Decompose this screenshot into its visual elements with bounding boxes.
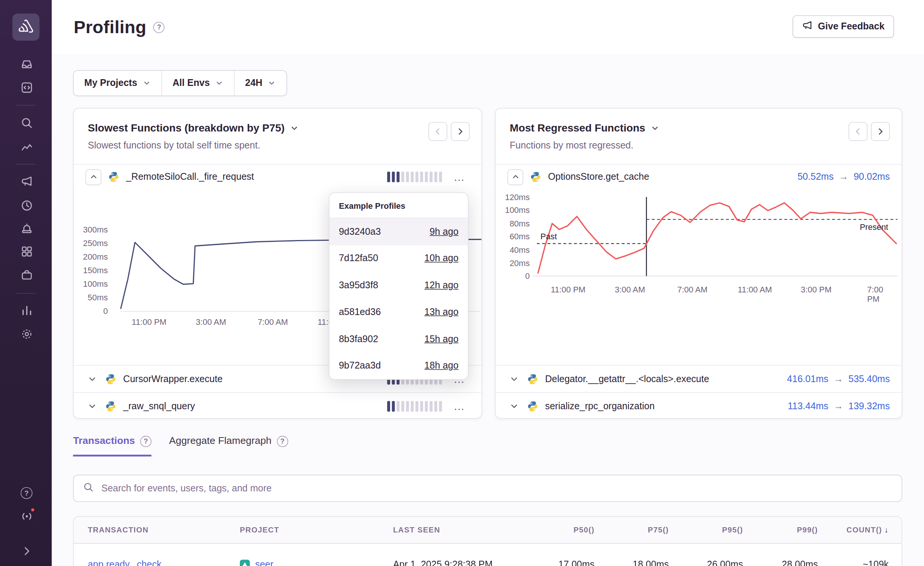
next-page-button[interactable] — [451, 122, 470, 141]
table-header-row: TRANSACTION PROJECT LAST SEEN P50() P75(… — [74, 517, 902, 544]
profile-id: 9d3240a3 — [339, 226, 381, 237]
col-p99[interactable]: P99() — [743, 525, 818, 534]
regression-delta: 113.44ms → 139.32ms — [788, 401, 890, 411]
sidebar-divider — [17, 105, 35, 106]
slowest-functions-title[interactable]: Slowest Functions (breakdown by P75) — [74, 109, 482, 135]
profile-item[interactable]: 8b3fa902 15h ago — [329, 326, 468, 352]
expand-row-icon[interactable] — [508, 399, 520, 412]
date-range-filter[interactable]: 24H — [234, 71, 287, 96]
col-p75[interactable]: P75() — [595, 525, 669, 534]
function-name-link[interactable]: CursorWrapper.execute — [123, 373, 223, 384]
profile-item[interactable]: 3a95d3f8 12h ago — [329, 272, 468, 298]
search-input[interactable] — [101, 483, 892, 494]
page-title: Profiling — [74, 17, 146, 37]
flamegraph-help-icon[interactable]: ? — [277, 436, 288, 447]
environment-filter[interactable]: All Envs — [162, 71, 234, 96]
regressed-pager — [849, 122, 890, 141]
search-nav-icon[interactable] — [20, 116, 34, 130]
profile-age-link[interactable]: 13h ago — [424, 307, 459, 317]
tab-transactions[interactable]: Transactions ? — [73, 435, 151, 456]
prev-page-button[interactable] — [428, 122, 447, 141]
tab-aggregate-flamegraph[interactable]: Aggregate Flamegraph ? — [169, 435, 288, 456]
insights-icon[interactable] — [20, 140, 34, 154]
notification-dot — [30, 507, 35, 512]
before-value[interactable]: 416.01ms — [787, 373, 828, 384]
main-area: Profiling ? Give Feedback My Projects Al… — [52, 0, 924, 566]
slowest-functions-subtitle: Slowest functions by total self time spe… — [74, 135, 482, 151]
after-value[interactable]: 535.40ms — [848, 373, 890, 384]
project-link[interactable]: seer — [255, 559, 274, 566]
project-icon-seer — [240, 559, 250, 566]
sidebar-collapse-icon[interactable] — [20, 544, 34, 558]
col-transaction[interactable]: TRANSACTION — [88, 525, 240, 534]
projects-filter[interactable]: My Projects — [74, 71, 162, 96]
row-menu-icon[interactable]: … — [448, 398, 470, 414]
most-regressed-title[interactable]: Most Regressed Functions — [496, 109, 901, 135]
col-last-seen[interactable]: LAST SEEN — [393, 525, 520, 534]
profile-item[interactable]: 9d3240a3 9h ago — [329, 218, 468, 245]
settings-icon[interactable] — [20, 327, 34, 341]
profile-id: 3a95d3f8 — [339, 280, 378, 291]
profile-age-link[interactable]: 12h ago — [424, 280, 459, 291]
profile-item[interactable]: 7d12fa50 10h ago — [329, 245, 468, 272]
before-value[interactable]: 113.44ms — [788, 401, 828, 411]
function-name-link[interactable]: _raw_snql_query — [123, 401, 195, 411]
explore-icon[interactable] — [20, 80, 34, 95]
replays-icon[interactable] — [20, 198, 34, 213]
sidebar-divider — [17, 293, 35, 294]
x-tick: 11:00 PM — [132, 317, 166, 327]
collapse-row-icon[interactable] — [85, 169, 101, 185]
table-row[interactable]: app.ready._check seer Apr 1, 2025 9:28:3… — [74, 544, 902, 566]
function-name-link[interactable]: serialize_rpc_organization — [545, 401, 655, 411]
after-value[interactable]: 90.02ms — [854, 171, 890, 182]
col-p95[interactable]: P95() — [669, 525, 743, 534]
give-feedback-button[interactable]: Give Feedback — [793, 15, 894, 38]
profile-id: a581ed36 — [339, 307, 381, 317]
function-name-link[interactable]: Delegator.__getattr__.<locals>.execute — [545, 373, 709, 384]
function-name-link[interactable]: _RemoteSiloCall._fire_request — [126, 171, 254, 182]
projects-icon[interactable] — [20, 268, 34, 282]
chevron-down-icon — [268, 79, 276, 87]
before-value[interactable]: 50.52ms — [797, 171, 834, 182]
transaction-link[interactable]: app.ready._check — [88, 559, 162, 566]
most-regressed-subtitle: Functions by most regressed. — [496, 135, 901, 151]
row-menu-icon[interactable]: … — [448, 169, 470, 185]
profiling-help-icon[interactable]: ? — [154, 21, 165, 33]
stats-icon[interactable] — [20, 303, 34, 317]
function-row: Delegator.__getattr__.<locals>.execute 4… — [496, 365, 901, 392]
p99-value: 28.00ms — [743, 559, 818, 566]
issues-icon[interactable] — [20, 57, 34, 71]
python-icon — [527, 400, 538, 412]
after-value[interactable]: 139.32ms — [848, 401, 890, 411]
alerts-icon[interactable] — [20, 221, 34, 236]
collapse-row-icon[interactable] — [508, 169, 523, 185]
dashboards-icon[interactable] — [20, 244, 34, 259]
help-icon[interactable]: ? — [20, 486, 34, 500]
expand-row-icon[interactable] — [85, 372, 98, 385]
col-project[interactable]: PROJECT — [240, 525, 393, 534]
profile-item[interactable]: 9b72aa3d 18h ago — [329, 352, 468, 379]
sentry-logo[interactable] — [12, 14, 40, 41]
profile-age-link[interactable]: 18h ago — [424, 361, 459, 371]
expand-row-icon[interactable] — [85, 399, 98, 412]
transactions-help-icon[interactable]: ? — [140, 436, 151, 447]
col-count[interactable]: COUNT() ↓ — [818, 525, 889, 534]
whats-new-icon[interactable] — [20, 509, 34, 523]
next-page-button[interactable] — [871, 122, 890, 141]
prev-page-button[interactable] — [849, 122, 868, 141]
p95-value: 26.00ms — [669, 559, 743, 566]
profile-id: 9b72aa3d — [339, 361, 381, 371]
example-profiles-dropdown: Example Profiles 9d3240a3 9h ago 7d12fa5… — [329, 192, 468, 380]
expand-row-icon[interactable] — [508, 372, 520, 385]
col-p50[interactable]: P50() — [520, 525, 595, 534]
profile-age-link[interactable]: 10h ago — [424, 253, 459, 264]
profile-age-link[interactable]: 9h ago — [430, 226, 459, 237]
profiling-page: ? Profiling ? Give Feedback My — [0, 0, 924, 566]
function-name-link[interactable]: OptionsStore.get_cache — [548, 171, 649, 182]
feedback-nav-icon[interactable] — [20, 174, 34, 188]
profile-item[interactable]: a581ed36 13h ago — [329, 299, 468, 326]
profile-age-link[interactable]: 15h ago — [424, 333, 459, 344]
arrow-right-icon: → — [834, 373, 843, 384]
p50-value: 17.00ms — [520, 559, 595, 566]
sidebar: ? — [0, 0, 52, 566]
